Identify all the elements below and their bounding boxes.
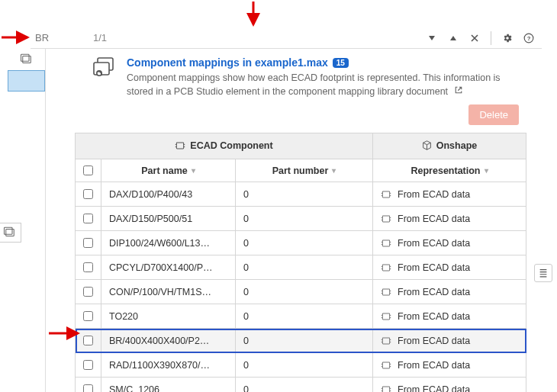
sort-caret-icon: ▾ bbox=[332, 166, 336, 175]
cell-part-number: 0 bbox=[236, 336, 372, 346]
cell-part-name: DAX/D150/P500/51 bbox=[101, 214, 235, 224]
chip-icon bbox=[175, 141, 185, 150]
table-row[interactable]: CON/P/100/VH/TM1S…0From ECAD data bbox=[76, 280, 526, 304]
cell-part-number: 0 bbox=[236, 311, 372, 322]
svg-text:?: ? bbox=[527, 34, 531, 41]
cell-representation: From ECAD data bbox=[373, 238, 526, 249]
chip-icon bbox=[381, 214, 391, 223]
table-row[interactable]: BR/400X400X400/P2…0From ECAD data bbox=[76, 329, 526, 353]
svg-rect-7 bbox=[6, 230, 14, 236]
main-panel: Component mappings in example1.max 15 Co… bbox=[46, 49, 542, 392]
table-row[interactable]: DAX/D150/P500/510From ECAD data bbox=[76, 207, 526, 231]
floating-chip-button[interactable] bbox=[0, 223, 21, 243]
cell-representation: From ECAD data bbox=[373, 336, 526, 346]
cell-part-number: 0 bbox=[236, 287, 372, 297]
annotation-arrow-left bbox=[2, 31, 32, 44]
annotation-arrow-top bbox=[246, 2, 260, 29]
find-close-button[interactable] bbox=[466, 30, 483, 47]
cell-representation: From ECAD data bbox=[373, 311, 526, 322]
help-button[interactable]: ? bbox=[520, 30, 537, 47]
cell-representation: From ECAD data bbox=[373, 287, 526, 297]
group-header-onshape: Onshape bbox=[373, 133, 526, 159]
row-checkbox[interactable] bbox=[76, 353, 101, 377]
sidebar-tab-chip-icon[interactable] bbox=[8, 49, 45, 70]
svg-rect-18 bbox=[382, 313, 389, 320]
cell-part-name: CON/P/100/VH/TM1S… bbox=[101, 287, 235, 297]
cell-part-number: 0 bbox=[236, 214, 372, 224]
sort-caret-icon: ▾ bbox=[485, 166, 488, 175]
cell-part-number: 0 bbox=[236, 189, 372, 200]
chip-icon bbox=[381, 336, 391, 345]
group-header-ecad: ECAD Component bbox=[76, 133, 373, 159]
search-input[interactable] bbox=[35, 32, 89, 43]
cube-icon bbox=[422, 140, 432, 150]
svg-rect-14 bbox=[382, 216, 389, 222]
svg-rect-20 bbox=[382, 362, 389, 368]
table-row[interactable]: RAD/1100X390X870/…0From ECAD data bbox=[76, 353, 526, 378]
row-checkbox[interactable] bbox=[76, 280, 101, 304]
sort-caret-icon: ▾ bbox=[192, 166, 195, 175]
page-title-link[interactable]: Component mappings in example1.max bbox=[127, 56, 328, 69]
cell-part-name: SM/C_1206 bbox=[101, 384, 235, 392]
cell-representation: From ECAD data bbox=[373, 189, 526, 200]
row-checkbox[interactable] bbox=[76, 182, 101, 206]
page-subtitle: Component mappings show how each ECAD fo… bbox=[127, 71, 526, 98]
col-checkbox-header[interactable] bbox=[76, 159, 101, 182]
row-checkbox[interactable] bbox=[76, 255, 101, 279]
svg-rect-17 bbox=[382, 289, 389, 295]
cell-part-name: CPCYL/D700X1400/P… bbox=[101, 262, 235, 273]
chip-icon bbox=[381, 312, 391, 321]
svg-rect-5 bbox=[22, 56, 31, 63]
chip-icon bbox=[381, 263, 391, 272]
table-row[interactable]: DIP100/24/W600/L13…0From ECAD data bbox=[76, 231, 526, 255]
settings-button[interactable] bbox=[499, 30, 516, 47]
col-part-name[interactable]: Part name▾ bbox=[101, 159, 236, 182]
svg-rect-12 bbox=[177, 143, 184, 149]
cell-part-number: 0 bbox=[236, 384, 372, 392]
svg-rect-16 bbox=[382, 265, 389, 271]
table-row[interactable]: CPCYL/D700X1400/P…0From ECAD data bbox=[76, 255, 526, 280]
cell-part-name: BR/400X400X400/P2… bbox=[101, 336, 235, 346]
chip-icon bbox=[381, 361, 391, 370]
col-part-number[interactable]: Part number▾ bbox=[236, 159, 373, 182]
svg-rect-6 bbox=[21, 54, 29, 61]
find-prev-button[interactable] bbox=[423, 30, 440, 47]
cell-part-number: 0 bbox=[236, 238, 372, 249]
row-checkbox[interactable] bbox=[76, 304, 101, 328]
row-checkbox[interactable] bbox=[76, 231, 101, 255]
divider bbox=[491, 31, 491, 45]
row-checkbox[interactable] bbox=[76, 207, 101, 230]
svg-rect-13 bbox=[382, 191, 389, 198]
cell-part-name: TO220 bbox=[101, 311, 235, 322]
count-badge: 15 bbox=[333, 58, 349, 68]
cell-part-name: RAD/1100X390X870/… bbox=[101, 360, 235, 371]
search-count: 1/1 bbox=[93, 32, 124, 43]
chip-icon bbox=[381, 239, 391, 248]
row-checkbox[interactable] bbox=[76, 378, 101, 392]
mappings-table: ECAD Component Onshape Part bbox=[75, 133, 526, 392]
sidebar-tab-active[interactable] bbox=[8, 70, 45, 92]
svg-rect-8 bbox=[5, 227, 13, 234]
cell-representation: From ECAD data bbox=[373, 262, 526, 273]
cell-representation: From ECAD data bbox=[373, 214, 526, 224]
table-row[interactable]: SM/C_12060From ECAD data bbox=[76, 378, 526, 392]
chip-icon bbox=[381, 385, 391, 392]
row-checkbox[interactable] bbox=[76, 329, 101, 352]
table-row[interactable]: TO2200From ECAD data bbox=[76, 304, 526, 329]
chip-icon bbox=[381, 288, 391, 297]
find-next-button[interactable] bbox=[445, 30, 462, 47]
cell-representation: From ECAD data bbox=[373, 360, 526, 371]
col-representation[interactable]: Representation▾ bbox=[373, 159, 526, 182]
cell-representation: From ECAD data bbox=[373, 384, 526, 392]
mappings-icon bbox=[92, 56, 118, 82]
table-row[interactable]: DAX/D100/P400/430From ECAD data bbox=[76, 182, 526, 207]
delete-button[interactable]: Delete bbox=[468, 104, 519, 125]
chip-icon bbox=[381, 190, 391, 199]
cell-part-number: 0 bbox=[236, 360, 372, 371]
svg-rect-21 bbox=[382, 387, 389, 392]
cell-part-name: DAX/D100/P400/43 bbox=[101, 189, 235, 200]
sidebar bbox=[8, 49, 46, 392]
external-link-icon[interactable] bbox=[454, 86, 463, 97]
header-block: Component mappings in example1.max 15 Co… bbox=[46, 49, 542, 101]
svg-rect-19 bbox=[382, 338, 389, 344]
